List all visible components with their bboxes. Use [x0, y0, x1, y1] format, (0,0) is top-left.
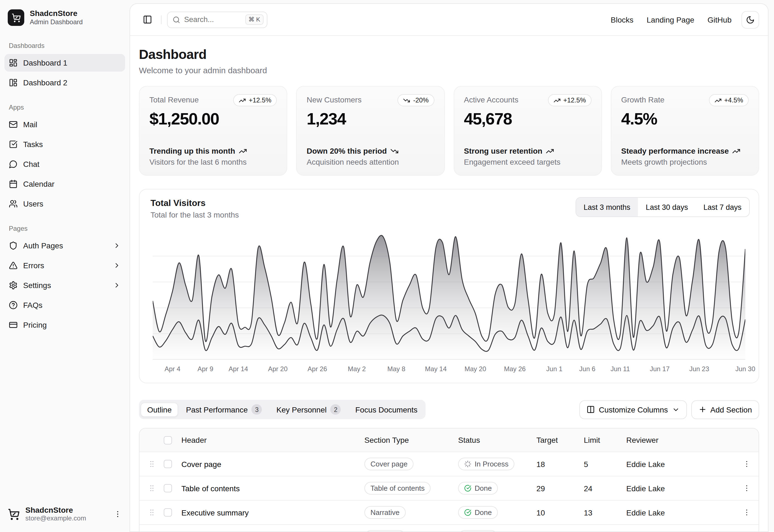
trending-up-icon	[546, 147, 554, 155]
x-tick-label: Apr 9	[198, 365, 213, 373]
sidebar-item-pricing[interactable]: Pricing	[4, 316, 125, 334]
stat-caption: Meets growth projections	[621, 158, 749, 166]
range-last-30-days[interactable]: Last 30 days	[638, 198, 696, 216]
moon-icon	[746, 15, 755, 24]
stat-card-growth-rate: Growth Rate +4.5% 4.5% Steady performanc…	[611, 86, 759, 176]
row-name[interactable]: Executive summary	[179, 508, 360, 517]
search-input[interactable]	[184, 15, 241, 24]
sidebar-item-faqs[interactable]: FAQs	[4, 297, 125, 314]
row-reviewer[interactable]: Eddie Lake	[626, 484, 734, 493]
row-name[interactable]: Cover page	[179, 460, 360, 468]
link-landing-page[interactable]: Landing Page	[647, 15, 694, 24]
brand-logo	[8, 9, 24, 26]
x-tick-label: May 8	[387, 365, 405, 373]
row-target[interactable]: 10	[536, 508, 584, 517]
row-checkbox[interactable]	[164, 508, 172, 517]
status-badge: Done	[458, 482, 498, 495]
sidebar-item-tasks[interactable]: Tasks	[4, 136, 125, 153]
stat-label: Total Revenue	[149, 94, 199, 104]
page-content: Dashboard Welcome to your admin dashboar…	[130, 36, 768, 531]
row-name[interactable]: Table of contents	[179, 484, 360, 493]
chart-x-axis: Apr 4Apr 9Apr 14Apr 20Apr 26May 2May 8Ma…	[153, 364, 745, 376]
customize-columns-button[interactable]: Customize Columns	[579, 400, 687, 419]
sidebar-item-errors[interactable]: Errors	[4, 257, 125, 275]
table-row[interactable]: Table of contents Table of contents Done…	[139, 476, 759, 500]
tab-key-personnel[interactable]: Key Personnel2	[270, 401, 348, 417]
chevron-down-icon	[672, 406, 680, 413]
page-subtitle: Welcome to your admin dashboard	[139, 66, 759, 75]
sidebar-toggle-button[interactable]	[139, 11, 155, 28]
status-badge: Done	[458, 506, 498, 519]
x-tick-label: Jun 11	[611, 365, 630, 373]
stat-value: 45,678	[464, 110, 592, 128]
sidebar-item-chat[interactable]: Chat	[4, 156, 125, 173]
account-email: store@example.com	[25, 515, 86, 523]
add-section-button[interactable]: Add Section	[691, 400, 759, 419]
sidebar-item-dashboard-1[interactable]: Dashboard 1	[4, 54, 125, 72]
sidebar-item-label: Errors	[23, 261, 44, 270]
drag-handle-icon[interactable]	[139, 508, 164, 517]
range-last-3-months[interactable]: Last 3 months	[576, 198, 638, 216]
brand-name: ShadcnStore	[30, 9, 83, 18]
link-blocks[interactable]: Blocks	[611, 15, 634, 24]
table-row[interactable]: Technical approach Narrative Done 27 23 …	[139, 524, 759, 531]
chevron-right-icon	[113, 242, 121, 250]
section-label-dashboards: Dashboards	[4, 42, 125, 50]
count-badge: 2	[331, 404, 341, 415]
stat-value: 4.5%	[621, 110, 749, 128]
plus-icon	[698, 405, 707, 414]
x-tick-label: Jun 1	[546, 365, 562, 373]
sidebar-item-mail[interactable]: Mail	[4, 116, 125, 134]
table-row[interactable]: Executive summary Narrative Done 10 13 E…	[139, 500, 759, 524]
range-last-7-days[interactable]: Last 7 days	[696, 198, 749, 216]
panel-left-icon	[142, 15, 152, 24]
row-menu-icon[interactable]	[734, 508, 759, 517]
trending-down-icon	[403, 97, 410, 104]
row-limit[interactable]: 13	[584, 508, 626, 517]
row-target[interactable]: 18	[536, 460, 584, 468]
search-icon	[172, 16, 180, 23]
drag-handle-icon[interactable]	[139, 484, 164, 492]
row-reviewer[interactable]: Eddie Lake	[626, 508, 734, 517]
sidebar-item-calendar[interactable]: Calendar	[4, 175, 125, 193]
shield-icon	[9, 241, 18, 250]
x-tick-label: Jun 6	[579, 365, 596, 373]
x-tick-label: May 20	[464, 365, 486, 373]
row-limit[interactable]: 5	[584, 460, 626, 468]
row-menu-icon[interactable]	[734, 484, 759, 492]
tab-outline[interactable]: Outline	[140, 402, 178, 417]
circle-check-icon	[464, 509, 471, 516]
sidebar-item-settings[interactable]: Settings	[4, 277, 125, 294]
ellipsis-vertical-icon[interactable]	[113, 510, 122, 519]
stat-caption: Engagement exceed targets	[464, 158, 592, 166]
select-all-checkbox[interactable]	[164, 436, 172, 444]
x-tick-label: May 2	[348, 365, 366, 373]
sidebar-footer-account[interactable]: ShadcnStore store@example.com	[4, 502, 125, 526]
row-reviewer[interactable]: Eddie Lake	[626, 460, 734, 468]
stat-footline: Trending up this month	[149, 146, 235, 155]
drag-handle-icon[interactable]	[139, 460, 164, 468]
stat-card-active-accounts: Active Accounts +12.5% 45,678 Strong use…	[453, 86, 602, 176]
sidebar-item-users[interactable]: Users	[4, 195, 125, 213]
sidebar-item-auth-pages[interactable]: Auth Pages	[4, 237, 125, 255]
dark-mode-toggle[interactable]	[742, 11, 759, 28]
table-row[interactable]: Cover page Cover page In Process 18 5 Ed…	[139, 452, 759, 476]
brand[interactable]: ShadcnStore Admin Dashboard	[4, 6, 125, 30]
col-section-type: Section Type	[360, 436, 454, 444]
tab-past-performance[interactable]: Past Performance3	[179, 401, 269, 417]
row-checkbox[interactable]	[164, 460, 172, 468]
search-box[interactable]: ⌘ K	[167, 11, 267, 28]
row-target[interactable]: 29	[536, 484, 584, 493]
table-toolbar: Outline Past Performance3 Key Personnel2…	[139, 400, 759, 419]
row-menu-icon[interactable]	[734, 460, 759, 468]
range-selector: Last 3 months Last 30 days Last 7 days	[575, 197, 750, 217]
topbar: ⌘ K Blocks Landing Page GitHub	[130, 4, 768, 36]
tab-focus-documents[interactable]: Focus Documents	[349, 402, 424, 417]
col-header: Header	[179, 436, 360, 444]
divider	[161, 15, 161, 24]
link-github[interactable]: GitHub	[708, 15, 732, 24]
row-checkbox[interactable]	[164, 484, 172, 492]
sidebar-item-dashboard-2[interactable]: Dashboard 2	[4, 74, 125, 92]
row-limit[interactable]: 24	[584, 484, 626, 493]
stat-caption: Visitors for the last 6 months	[149, 158, 277, 166]
